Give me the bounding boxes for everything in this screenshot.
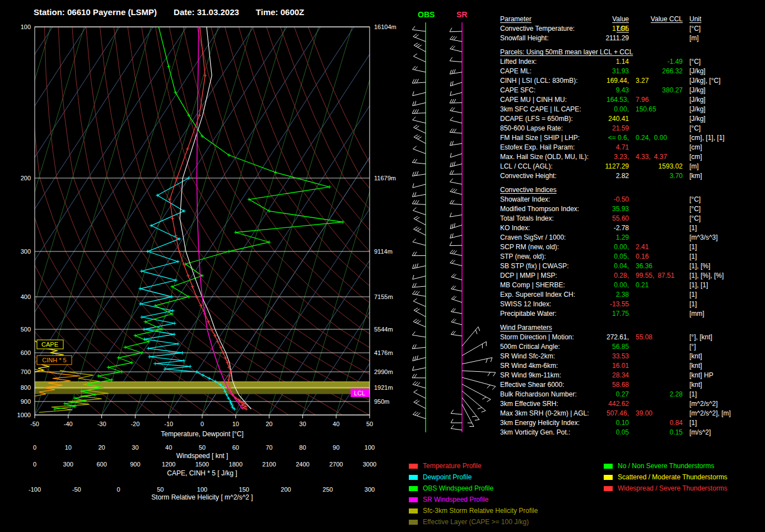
param-unit: [knt] (683, 361, 763, 371)
param-value-ccl: 36.36 (629, 262, 683, 271)
param-value-ccl (629, 371, 683, 380)
svg-text:LCL: LCL (354, 390, 365, 396)
param-value-lcl: 1.14 (599, 57, 629, 67)
svg-text:900: 900 (130, 461, 140, 468)
param-value-ccl (629, 300, 683, 309)
param-label: CAPE ML: (500, 67, 599, 76)
svg-text:2400: 2400 (296, 461, 309, 468)
param-unit: [1], [%] (683, 262, 763, 271)
param-value-lcl: -2.78 (599, 223, 629, 233)
param-value-lcl: 56.85 (599, 342, 629, 352)
param-value-lcl: 28.34 (599, 371, 629, 380)
param-unit: [m^2/s^2], [m] (683, 409, 763, 418)
param-unit: [J/kg] (683, 86, 763, 95)
svg-text:50: 50 (366, 421, 373, 427)
svg-text:400: 400 (21, 293, 31, 300)
legend-item: Widespread / Severe Thunderstorms (604, 483, 727, 494)
param-label: DCP | MMP | MSP: (500, 271, 599, 281)
pressure-gridlines: 10016104m20011679m3009114m4007155m500554… (17, 24, 397, 418)
svg-text:9114m: 9114m (374, 248, 393, 255)
param-label: 3km Energy Helicity Index: (500, 418, 599, 428)
param-value: 39.00 (636, 409, 652, 417)
svg-text:0: 0 (200, 421, 204, 427)
legend-swatch (604, 475, 613, 480)
svg-text:800: 800 (21, 384, 31, 391)
svg-text:20: 20 (265, 421, 272, 427)
legend-swatch (409, 464, 418, 469)
param-value-lcl: 3.23, (599, 152, 629, 162)
svg-text:300: 300 (63, 461, 73, 468)
param-row: Estofex Exp. Hail Param:4.71[cm] (500, 143, 763, 152)
param-unit: [1] (683, 223, 763, 233)
param-value-ccl: 2.41 (629, 242, 683, 252)
legend-item: OBS Windspeed Profile (409, 483, 538, 494)
svg-text:100: 100 (21, 24, 31, 30)
param-unit: [1], [1] (683, 281, 763, 290)
param-value-lcl: 2.82 (599, 171, 629, 181)
param-label: Convective Temperature: (500, 24, 599, 34)
param-value-ccl (629, 342, 683, 352)
svg-text:50: 50 (157, 486, 164, 493)
svg-text:2100: 2100 (262, 461, 276, 468)
param-unit: [m] (683, 162, 763, 171)
legend-label: Temperature Profile (423, 462, 482, 470)
param-value-lcl: -13.55 (599, 300, 629, 309)
param-row: Max 3km SRH (0-2km) | AGL:507.46,39.00[m… (500, 409, 763, 418)
param-value: 3.70 (670, 172, 683, 180)
param-row: MB Comp | SHERBE:0.00,0.21[1], [1] (500, 281, 763, 290)
param-unit: [J/kg] (683, 105, 763, 114)
param-value: 36.36 (636, 262, 652, 270)
parameters-table-header: Parameter Value LCL Value CCL Unit (500, 15, 763, 24)
param-value-lcl: 0.10 (599, 418, 629, 428)
svg-text:1800: 1800 (229, 461, 242, 468)
param-unit: [1] (683, 390, 763, 399)
param-row: Max. Hail Size (OLD, MU, IL):3.23,4.33,4… (500, 152, 763, 162)
param-label: SB STP (fix) | CWASP: (500, 262, 599, 271)
svg-text:500: 500 (21, 326, 31, 333)
param-row: 3km SFC CAPE | IL CAPE:0.00,150.65[J/kg] (500, 105, 763, 114)
param-label: Convective Height: (500, 171, 599, 181)
param-value: 1593.02 (659, 162, 683, 170)
param-label: MB Comp | SHERBE: (500, 281, 599, 290)
param-value-ccl (629, 195, 683, 204)
legend-label: OBS Windspeed Profile (423, 484, 493, 492)
param-value-ccl (629, 290, 683, 300)
param-value: 55.08 (636, 333, 652, 341)
param-value: 266.32 (662, 67, 683, 75)
param-unit: [cm] (683, 152, 763, 162)
param-label: SR Wind Sfc-2km: (500, 352, 599, 361)
param-value: -1.49 (668, 58, 683, 66)
legend-swatch (604, 464, 613, 469)
param-value-lcl: 17.75 (599, 309, 629, 319)
param-value: 0.15 (670, 428, 683, 436)
param-unit: [m/s^2] (683, 428, 763, 437)
param-value-lcl: 0.00, (599, 242, 629, 252)
param-label: Precipitable Water: (500, 309, 599, 319)
svg-text:1921m: 1921m (374, 384, 393, 391)
param-label: CAPE SFC: (500, 86, 599, 95)
param-value-ccl (629, 233, 683, 242)
param-label: Total Totals Index: (500, 214, 599, 223)
svg-text:30: 30 (299, 421, 306, 427)
param-row: Convective Height:2.823.70[km] (500, 171, 763, 181)
param-row: SB STP (fix) | CWASP:0.04,36.36[1], [%] (500, 262, 763, 271)
param-value-ccl (629, 143, 683, 152)
svg-text:700: 700 (21, 368, 31, 375)
legend-swatch (409, 508, 418, 514)
param-unit: [1] (683, 252, 763, 262)
param-value-lcl: 272.61, (599, 333, 629, 342)
svg-text:1200: 1200 (162, 461, 175, 468)
legend-item: SR Windspeed Profile (409, 494, 538, 505)
param-unit: [°C] (683, 204, 763, 214)
param-row: Snowfall Height:2111.29[m] (500, 34, 763, 43)
param-row: FM Hail Size | SHIP | LHP:<= 0.6,0.24,0.… (500, 133, 763, 143)
param-row: 3km Energy Helicity Index:0.100.84[1] (500, 418, 763, 428)
param-value-ccl: 55.08 (629, 333, 683, 342)
param-value-lcl: 442.62 (599, 399, 629, 409)
svg-text:70: 70 (265, 444, 272, 451)
svg-text:-40: -40 (64, 421, 73, 427)
param-value: 2.28 (670, 390, 683, 398)
param-unit: [m^2/s^2] (683, 399, 763, 409)
param-row: CAPE SFC:9.43380.27[J/kg] (500, 86, 763, 95)
param-value-ccl: 2.28 (629, 390, 683, 399)
